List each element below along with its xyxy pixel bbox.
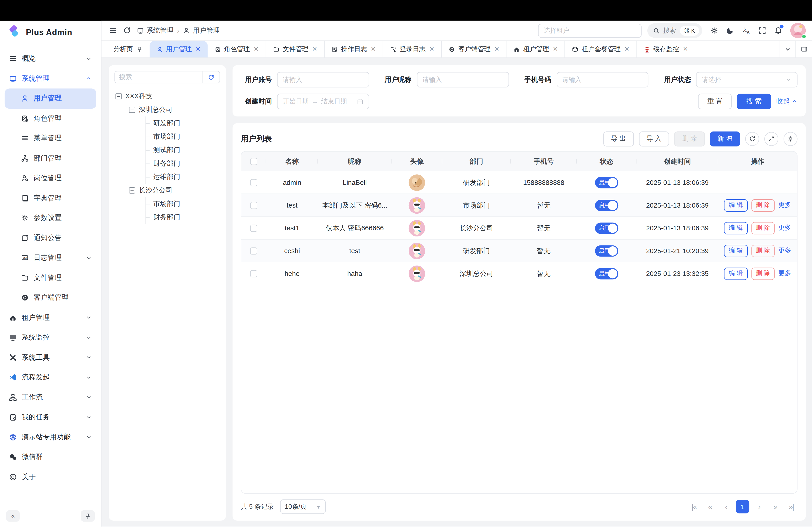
status-toggle[interactable]: 启用 <box>595 177 618 188</box>
status-toggle[interactable]: 启用 <box>595 245 618 257</box>
delete-row-button[interactable]: 删 除 <box>751 199 774 211</box>
sidebar-item-13[interactable]: 租户管理 <box>5 308 96 328</box>
close-icon[interactable]: ✕ <box>429 46 434 53</box>
sidebar-item-10[interactable]: DEV日志管理 <box>5 248 96 268</box>
sidebar-item-1[interactable]: 系统管理 <box>5 69 96 88</box>
refresh-icon[interactable] <box>123 26 131 35</box>
tab-5[interactable]: 登录日志✕ <box>382 41 441 57</box>
sidebar-item-2[interactable]: 用户管理 <box>5 89 96 108</box>
menu-collapse-icon[interactable] <box>109 26 117 35</box>
sidebar-item-16[interactable]: 流程发起 <box>5 367 96 387</box>
sidebar-item-9[interactable]: 通知公告 <box>5 228 96 248</box>
more-link[interactable]: 更多 <box>778 224 791 232</box>
table-settings-button[interactable] <box>784 132 798 146</box>
close-icon[interactable]: ✕ <box>253 46 259 53</box>
collapse-filter-link[interactable]: 收起 <box>777 97 798 106</box>
tab-4[interactable]: 操作日志✕ <box>324 41 383 57</box>
tree-refresh-button[interactable] <box>202 72 219 83</box>
sidebar-item-3[interactable]: 角色管理 <box>5 108 96 128</box>
search-button[interactable]: 搜 索 <box>737 94 771 109</box>
edit-button[interactable]: 编 辑 <box>724 244 748 257</box>
sidebar-item-21[interactable]: 关于 <box>5 467 96 487</box>
tree-node-0[interactable]: XXX科技 <box>114 90 220 103</box>
sidebar-collapse-button[interactable]: « <box>6 510 20 522</box>
more-link[interactable]: 更多 <box>778 201 791 210</box>
close-icon[interactable]: ✕ <box>683 46 688 53</box>
phone-input[interactable]: 请输入 <box>556 72 649 88</box>
global-search[interactable]: 搜索 ⌘ K <box>647 23 702 37</box>
tree-expander-icon[interactable] <box>129 187 135 194</box>
reset-button[interactable]: 重 置 <box>698 94 732 109</box>
row-checkbox[interactable] <box>250 179 257 186</box>
sidebar-pin-button[interactable] <box>81 510 95 522</box>
translate-icon[interactable]: 文A <box>742 26 751 35</box>
account-input[interactable]: 请输入 <box>277 72 369 88</box>
sidebar-item-19[interactable]: 演示站专用功能 <box>5 427 96 447</box>
tree-node-9[interactable]: 财务部门 <box>114 211 220 224</box>
tree-node-7[interactable]: 长沙分公司 <box>114 184 220 197</box>
page-number-current[interactable]: 1 <box>736 500 749 514</box>
nickname-input[interactable]: 请输入 <box>417 72 509 88</box>
sidebar-item-20[interactable]: 微信群 <box>5 447 96 467</box>
tree-expander-icon[interactable] <box>115 93 122 100</box>
row-checkbox[interactable] <box>250 247 257 254</box>
row-checkbox[interactable] <box>250 201 257 209</box>
user-avatar[interactable] <box>791 23 806 38</box>
tree-search-input[interactable] <box>115 74 202 81</box>
delete-row-button[interactable]: 删 除 <box>751 222 774 234</box>
edit-button[interactable]: 编 辑 <box>724 267 748 280</box>
table-fullscreen-button[interactable] <box>765 132 778 146</box>
sidebar-item-8[interactable]: 参数设置 <box>5 208 96 228</box>
close-icon[interactable]: ✕ <box>553 46 558 53</box>
import-button[interactable]: 导 入 <box>639 131 669 146</box>
tree-node-8[interactable]: 市场部门 <box>114 197 220 211</box>
close-icon[interactable]: ✕ <box>312 46 317 53</box>
tab-2[interactable]: 角色管理✕ <box>207 41 265 57</box>
page-nav-1[interactable]: « <box>704 501 716 513</box>
more-link[interactable]: 更多 <box>778 246 791 255</box>
page-nav-0[interactable]: |« <box>688 501 700 513</box>
breadcrumb-item-system[interactable]: 系统管理 <box>137 26 173 35</box>
tree-node-1[interactable]: 深圳总公司 <box>114 103 220 117</box>
tree-node-5[interactable]: 财务部门 <box>114 157 220 170</box>
more-link[interactable]: 更多 <box>778 269 791 278</box>
tab-7[interactable]: 租户管理✕ <box>506 41 565 57</box>
settings-gear-icon[interactable] <box>710 26 719 35</box>
page-nav-6[interactable]: »| <box>785 501 798 513</box>
date-range-input[interactable]: 开始日期 → 结束日期 <box>277 94 369 109</box>
sidebar-item-15[interactable]: 系统工具 <box>5 348 96 367</box>
edit-button[interactable]: 编 辑 <box>724 222 748 234</box>
sidebar-item-4[interactable]: 菜单管理 <box>5 128 96 148</box>
table-refresh-button[interactable] <box>745 132 759 146</box>
add-button[interactable]: 新 增 <box>710 131 740 146</box>
close-icon[interactable]: ✕ <box>195 46 201 53</box>
tab-3[interactable]: 文件管理✕ <box>265 41 324 57</box>
tabs-dropdown-icon[interactable] <box>779 41 795 57</box>
delete-button[interactable]: 删 除 <box>674 131 705 146</box>
page-nav-4[interactable]: › <box>753 501 765 513</box>
delete-row-button[interactable]: 删 除 <box>751 267 774 280</box>
page-nav-2[interactable]: ‹ <box>720 501 732 513</box>
row-checkbox[interactable] <box>250 270 257 277</box>
fullscreen-icon[interactable] <box>758 26 766 35</box>
export-button[interactable]: 导 出 <box>603 131 634 146</box>
close-icon[interactable]: ✕ <box>624 46 629 53</box>
sidebar-item-17[interactable]: 工作流 <box>5 387 96 407</box>
status-select[interactable]: 请选择 <box>696 72 797 88</box>
select-all-checkbox[interactable] <box>250 158 257 165</box>
edit-button[interactable]: 编 辑 <box>724 199 748 211</box>
tree-node-6[interactable]: 运维部门 <box>114 170 220 184</box>
status-toggle[interactable]: 启用 <box>595 199 618 211</box>
notifications-bell[interactable] <box>774 26 782 35</box>
sidebar-item-11[interactable]: 文件管理 <box>5 268 96 288</box>
tab-9[interactable]: redis缓存监控✕ <box>636 41 695 57</box>
tree-node-3[interactable]: 市场部门 <box>114 130 220 144</box>
sidebar-item-6[interactable]: 岗位管理 <box>5 168 96 188</box>
tab-1[interactable]: 用户管理✕ <box>149 41 207 57</box>
sidebar-item-0[interactable]: 概览 <box>5 49 96 69</box>
row-checkbox[interactable] <box>250 224 257 231</box>
tab-8[interactable]: 租户套餐管理✕ <box>565 41 636 57</box>
status-toggle[interactable]: 启用 <box>595 222 618 234</box>
pin-icon[interactable] <box>136 46 143 52</box>
sidebar-item-12[interactable]: 客户端管理 <box>5 288 96 308</box>
